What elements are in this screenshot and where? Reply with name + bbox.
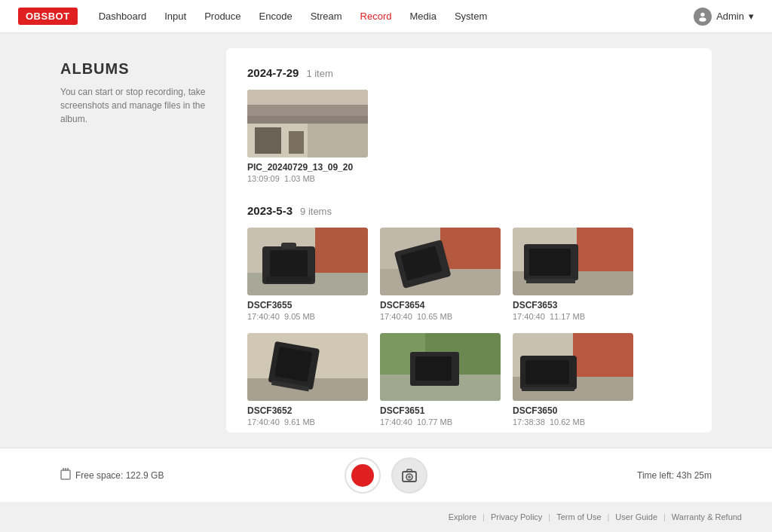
- album-thumbnail: [247, 333, 368, 401]
- album-thumbnail: [380, 228, 501, 295]
- album-thumbnail: [513, 333, 633, 401]
- album-header-2023: 2023-5-3 9 items: [247, 204, 691, 217]
- svg-rect-7: [308, 124, 368, 157]
- free-space: Free space: 122.9 GB: [60, 468, 164, 482]
- navbar: OBSBOT Dashboard Input Produce Encode St…: [0, 0, 772, 33]
- svg-rect-44: [522, 387, 574, 391]
- album-section-2024: 2024-7-29 1 item: [247, 66, 691, 183]
- nav-stream[interactable]: Stream: [311, 11, 342, 22]
- album-thumbnail: [513, 228, 633, 295]
- footer-sep: |: [608, 512, 610, 521]
- user-name: Admin: [716, 11, 744, 22]
- svg-point-1: [699, 17, 706, 21]
- album-item-name: DSCF3652: [247, 405, 368, 416]
- camera-icon: [401, 468, 418, 483]
- albums-content: 2024-7-29 1 item: [226, 48, 712, 433]
- album-item-name: DSCF3653: [513, 300, 633, 310]
- album-item-name: DSCF3655: [247, 300, 368, 310]
- svg-rect-5: [247, 116, 368, 124]
- footer-guide[interactable]: User Guide: [615, 512, 657, 521]
- sidebar-title: ALBUMS: [60, 60, 226, 78]
- album-item-name: DSCF3650: [513, 405, 633, 416]
- album-item-name: DSCF3651: [380, 405, 501, 416]
- svg-rect-4: [247, 105, 368, 116]
- svg-rect-26: [529, 249, 571, 276]
- sidebar: ALBUMS You can start or stop recording, …: [60, 48, 226, 433]
- album-item-name: PIC_20240729_13_09_20: [247, 162, 368, 173]
- album-item[interactable]: DSCF3655 17:40:40 9.05 MB: [247, 228, 368, 321]
- album-item-meta: 13:09:09 1.03 MB: [247, 174, 368, 183]
- nav-encode[interactable]: Encode: [259, 11, 293, 22]
- svg-rect-46: [63, 468, 64, 471]
- svg-rect-8: [255, 127, 281, 154]
- time-left: Time left: 43h 25m: [637, 470, 712, 481]
- svg-rect-41: [573, 333, 633, 377]
- svg-point-0: [700, 12, 704, 16]
- svg-rect-16: [281, 243, 296, 249]
- album-item[interactable]: DSCF3654 17:40:40 10.65 MB: [380, 228, 501, 321]
- svg-rect-9: [289, 131, 304, 154]
- album-item-meta: 17:38:38 10.62 MB: [513, 417, 633, 427]
- album-item[interactable]: DSCF3653 17:40:40 11.17 MB: [513, 228, 633, 321]
- album-date-2023: 2023-5-3: [247, 204, 293, 217]
- nav-links: Dashboard Input Produce Encode Stream Re…: [99, 11, 694, 22]
- record-indicator: [351, 464, 374, 487]
- album-item[interactable]: DSCF3651 17:40:40 10.77 MB: [380, 333, 501, 427]
- free-space-label: Free space: 122.9 GB: [75, 470, 164, 481]
- album-grid-2024: PIC_20240729_13_09_20 13:09:09 1.03 MB: [247, 90, 691, 183]
- footer-warranty[interactable]: Warranty & Refund: [672, 512, 742, 521]
- logo[interactable]: OBSBOT: [18, 8, 78, 25]
- record-button[interactable]: [345, 457, 381, 494]
- bottom-bar: Free space: 122.9 GB Time left: 43h 25m: [0, 448, 772, 502]
- svg-rect-48: [67, 468, 69, 471]
- album-thumbnail: [380, 333, 501, 401]
- svg-rect-19: [440, 228, 501, 269]
- svg-rect-14: [270, 250, 308, 277]
- nav-system[interactable]: System: [455, 11, 487, 22]
- main-content: ALBUMS You can start or stop recording, …: [0, 33, 772, 448]
- screenshot-button[interactable]: [391, 457, 427, 494]
- album-item[interactable]: DSCF3650 17:38:38 10.62 MB: [513, 333, 633, 427]
- footer-sep: |: [482, 512, 485, 521]
- playback-controls: [345, 457, 427, 494]
- sd-card-icon: [60, 468, 71, 482]
- album-section-2023: 2023-5-3 9 items: [247, 204, 691, 427]
- svg-point-51: [408, 475, 411, 478]
- nav-dashboard[interactable]: Dashboard: [99, 11, 147, 22]
- chevron-down-icon: ▾: [749, 11, 754, 22]
- nav-record[interactable]: Record: [360, 11, 392, 22]
- album-count: 1 item: [306, 68, 332, 79]
- album-item-meta: 17:40:40 9.05 MB: [247, 312, 368, 321]
- svg-rect-27: [526, 279, 575, 283]
- footer-sep: |: [548, 512, 550, 521]
- footer-terms[interactable]: Term of Use: [556, 512, 601, 521]
- album-header-2024: 2024-7-29 1 item: [247, 66, 691, 79]
- footer: Explore | Privacy Policy | Term of Use |…: [0, 502, 772, 532]
- nav-input[interactable]: Input: [164, 11, 186, 22]
- album-item-meta: 17:40:40 10.65 MB: [380, 312, 501, 321]
- svg-rect-43: [525, 360, 569, 384]
- footer-privacy[interactable]: Privacy Policy: [491, 512, 542, 521]
- svg-rect-12: [315, 228, 368, 273]
- svg-rect-47: [65, 468, 66, 471]
- svg-rect-45: [61, 470, 70, 479]
- svg-rect-31: [274, 347, 312, 382]
- footer-explore[interactable]: Explore: [449, 512, 476, 521]
- album-item[interactable]: DSCF3652 17:40:40 9.61 MB: [247, 333, 368, 427]
- svg-rect-24: [577, 228, 633, 271]
- album-item-meta: 17:40:40 9.61 MB: [247, 417, 368, 427]
- album-item-meta: 17:40:40 11.17 MB: [513, 312, 633, 321]
- nav-media[interactable]: Media: [410, 11, 437, 22]
- album-thumbnail: [247, 228, 368, 295]
- svg-rect-15: [266, 277, 311, 283]
- album-item-meta: 17:40:40 10.77 MB: [380, 417, 501, 427]
- album-grid-2023: DSCF3655 17:40:40 9.05 MB: [247, 228, 691, 427]
- sidebar-description: You can start or stop recording, take sc…: [60, 85, 226, 126]
- nav-produce[interactable]: Produce: [204, 11, 240, 22]
- album-item-name: DSCF3654: [380, 300, 501, 310]
- album-item[interactable]: PIC_20240729_13_09_20 13:09:09 1.03 MB: [247, 90, 368, 183]
- album-thumbnail: [247, 90, 368, 157]
- album-count-2023: 9 items: [300, 206, 332, 217]
- user-menu[interactable]: Admin ▾: [694, 8, 754, 26]
- svg-rect-38: [415, 356, 452, 381]
